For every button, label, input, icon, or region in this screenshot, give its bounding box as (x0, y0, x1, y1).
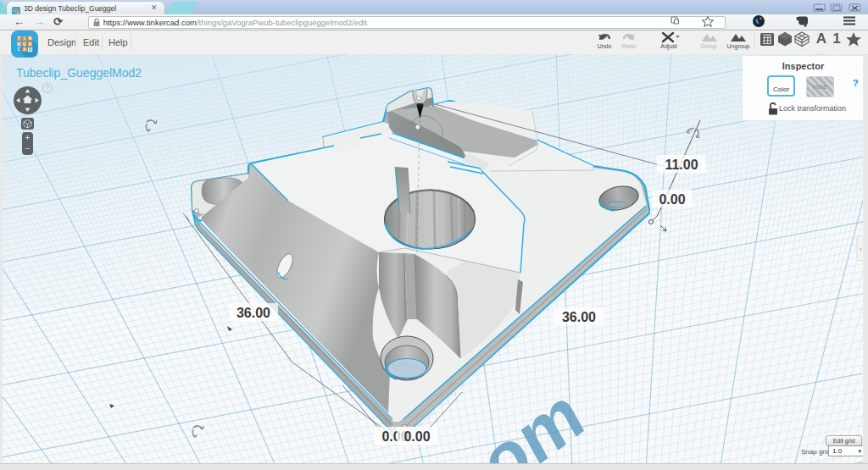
svg-text:Undo: Undo (598, 43, 612, 49)
svg-text:N: N (29, 36, 32, 41)
svg-text:1: 1 (832, 30, 840, 47)
svg-text:Adjust: Adjust (660, 43, 677, 50)
svg-text:A: A (23, 47, 26, 52)
svg-text:36.00: 36.00 (562, 310, 596, 324)
svg-text:Redo: Redo (622, 43, 637, 49)
svg-text:0.00: 0.00 (659, 192, 685, 207)
svg-text:0.00: 0.00 (403, 429, 430, 444)
svg-text:A: A (816, 30, 826, 47)
svg-text:R: R (29, 41, 32, 47)
svg-text:E: E (23, 41, 26, 47)
svg-text:Ungroup: Ungroup (727, 43, 750, 50)
svg-text:36.00: 36.00 (236, 306, 270, 320)
svg-text:Group: Group (700, 43, 717, 50)
svg-text:C: C (18, 47, 21, 52)
svg-text:‹: ‹ (860, 245, 862, 253)
svg-text:11.00: 11.00 (665, 158, 698, 172)
svg-text:D: D (29, 47, 32, 52)
svg-text:K: K (18, 41, 21, 47)
